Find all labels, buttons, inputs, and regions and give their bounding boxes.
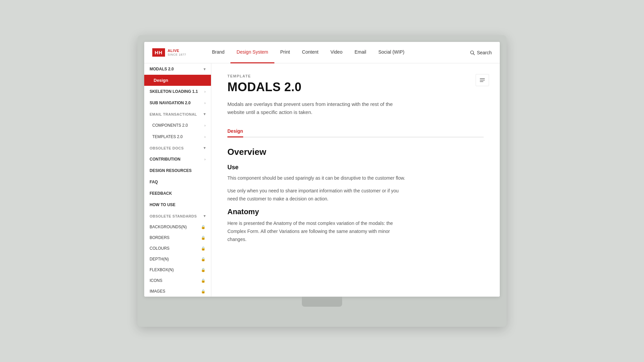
sidebar-item-borders-label: BORDERS xyxy=(150,235,169,240)
sidebar-item-design-resources[interactable]: DESIGN RESOURCES xyxy=(144,165,211,176)
sidebar-section-obsolete-label: OBSOLETE DOCS xyxy=(150,146,184,150)
sidebar-sub-design[interactable]: Design xyxy=(144,75,211,86)
lock-icon-images: 🔒 xyxy=(201,289,206,294)
page-description: Modals are overlays that prevent users f… xyxy=(227,100,395,116)
sidebar-item-templates[interactable]: TEMPLATES 2.0 › xyxy=(144,131,211,142)
chevron-down-icon: ▾ xyxy=(204,67,206,71)
sidebar-item-skeleton[interactable]: SKELETON LOADING 1.1 › xyxy=(144,86,211,97)
nav-item-design-system[interactable]: Design System xyxy=(230,42,274,63)
sidebar-item-depth[interactable]: DEPTH(N) 🔒 xyxy=(144,254,211,264)
sidebar-item-backgrounds[interactable]: BACKGROUNDS(N) 🔒 xyxy=(144,222,211,232)
template-label: TEMPLATE xyxy=(227,74,484,78)
sidebar-item-modals-2-label: MODALS 2.0 xyxy=(150,67,174,71)
anatomy-title: Anatomy xyxy=(227,207,484,216)
sidebar-item-contribution-label: CONTRIBUTION xyxy=(150,157,180,162)
sidebar-section-obsolete-standards-label: OBSOLETE STANDARDS xyxy=(150,214,197,218)
monitor-stand xyxy=(302,297,342,307)
lock-icon-icons: 🔒 xyxy=(201,279,206,283)
use-text-2: Use only when you need to share importan… xyxy=(227,187,409,203)
toc-button[interactable] xyxy=(476,74,489,86)
use-text-1: This component should be used sparingly … xyxy=(227,174,409,182)
sidebar-item-subnav[interactable]: SUB NAVIGATION 2.0 › xyxy=(144,97,211,109)
nav-item-social[interactable]: Social (WIP) xyxy=(372,42,411,63)
search-icon xyxy=(470,50,475,55)
sidebar-item-contribution[interactable]: CONTRIBUTION › xyxy=(144,154,211,165)
overview-title: Overview xyxy=(227,147,484,157)
sidebar: MODALS 2.0 ▾ Design SKELETON LOADING 1.1… xyxy=(144,63,211,297)
toc-icon xyxy=(479,77,485,83)
sidebar-item-images[interactable]: IMAGES 🔒 xyxy=(144,286,211,297)
sidebar-item-feedback-label: FEEDBACK xyxy=(150,191,172,196)
sidebar-item-faq-label: FAQ xyxy=(150,180,158,184)
sidebar-item-components[interactable]: COMPONENTS 2.0 › xyxy=(144,120,211,131)
sidebar-section-obsolete-docs[interactable]: OBSOLETE DOCS ▾ xyxy=(144,142,211,154)
header: HH ALIVE SINCE 1877 Brand Design System … xyxy=(144,42,500,63)
lock-icon-borders: 🔒 xyxy=(201,236,206,240)
chevron-right-icon: › xyxy=(204,89,206,94)
sidebar-section-email-transactional[interactable]: EMAIL TRANSACTIONAL ▾ xyxy=(144,109,211,120)
logo-area: HH ALIVE SINCE 1877 xyxy=(152,48,193,57)
logo-sub: SINCE 1877 xyxy=(168,53,186,57)
sidebar-item-depth-label: DEPTH(N) xyxy=(150,257,169,261)
main-content: TEMPLATE MODALS 2.0 Modals are overlays … xyxy=(211,63,500,297)
sidebar-section-email-label: EMAIL TRANSACTIONAL xyxy=(150,112,197,116)
logo-letters: HH xyxy=(155,50,163,55)
sidebar-item-flexbox[interactable]: FLEXBOX(N) 🔒 xyxy=(144,264,211,275)
sidebar-item-design-resources-label: DESIGN RESOURCES xyxy=(150,168,192,173)
sidebar-item-modals-2[interactable]: MODALS 2.0 ▾ xyxy=(144,63,211,75)
logo-brand: ALIVE xyxy=(168,49,186,53)
sidebar-item-icons-label: ICONS xyxy=(150,278,162,283)
chevron-down-icon-2: ▾ xyxy=(204,112,206,116)
sidebar-section-obsolete-standards[interactable]: OBSOLETE STANDARDS ▾ xyxy=(144,210,211,222)
lock-icon-backgrounds: 🔒 xyxy=(201,225,206,229)
chevron-right-icon-5: › xyxy=(204,157,206,161)
tab-design[interactable]: Design xyxy=(227,126,243,137)
chevron-right-icon-2: › xyxy=(204,101,206,105)
tabs-bar: Design xyxy=(227,126,484,137)
anatomy-text: Here is presented the Anatomy of the mos… xyxy=(227,220,409,243)
use-title: Use xyxy=(227,164,484,171)
layout: MODALS 2.0 ▾ Design SKELETON LOADING 1.1… xyxy=(144,63,500,297)
sidebar-item-skeleton-label: SKELETON LOADING 1.1 xyxy=(150,89,198,94)
nav-item-print[interactable]: Print xyxy=(274,42,296,63)
sidebar-item-how-to-use-label: HOW TO USE xyxy=(150,202,175,207)
nav-item-email[interactable]: Email xyxy=(348,42,372,63)
sidebar-item-templates-label: TEMPLATES 2.0 xyxy=(152,134,182,139)
svg-line-1 xyxy=(473,54,475,55)
sidebar-item-components-label: COMPONENTS 2.0 xyxy=(152,123,188,128)
sidebar-item-colours[interactable]: COLOURS 🔒 xyxy=(144,243,211,254)
sidebar-item-borders[interactable]: BORDERS 🔒 xyxy=(144,232,211,243)
lock-icon-flexbox: 🔒 xyxy=(201,268,206,272)
chevron-right-icon-4: › xyxy=(204,135,206,139)
sidebar-item-subnav-label: SUB NAVIGATION 2.0 xyxy=(150,101,191,105)
chevron-right-icon-3: › xyxy=(204,123,206,127)
search-button[interactable]: Search xyxy=(463,50,492,55)
nav-item-content[interactable]: Content xyxy=(296,42,324,63)
chevron-down-icon-4: ▾ xyxy=(204,214,206,218)
sidebar-item-colours-label: COLOURS xyxy=(150,246,169,251)
sidebar-sub-design-label: Design xyxy=(154,78,168,83)
sidebar-item-feedback[interactable]: FEEDBACK xyxy=(144,188,211,199)
nav-item-video[interactable]: Video xyxy=(324,42,348,63)
sidebar-item-flexbox-label: FLEXBOX(N) xyxy=(150,267,174,272)
sidebar-item-icons[interactable]: ICONS 🔒 xyxy=(144,275,211,286)
sidebar-item-images-label: IMAGES xyxy=(150,289,165,294)
search-label: Search xyxy=(477,50,492,55)
logo-box: HH xyxy=(152,48,165,57)
chevron-down-icon-3: ▾ xyxy=(204,146,206,150)
lock-icon-colours: 🔒 xyxy=(201,246,206,251)
page-title: MODALS 2.0 xyxy=(227,80,484,94)
sidebar-item-how-to-use[interactable]: HOW TO USE xyxy=(144,199,211,210)
lock-icon-depth: 🔒 xyxy=(201,257,206,261)
main-nav: Brand Design System Print Content Video … xyxy=(206,42,463,63)
sidebar-item-faq[interactable]: FAQ xyxy=(144,176,211,188)
nav-item-brand[interactable]: Brand xyxy=(206,42,230,63)
sidebar-item-backgrounds-label: BACKGROUNDS(N) xyxy=(150,225,187,229)
